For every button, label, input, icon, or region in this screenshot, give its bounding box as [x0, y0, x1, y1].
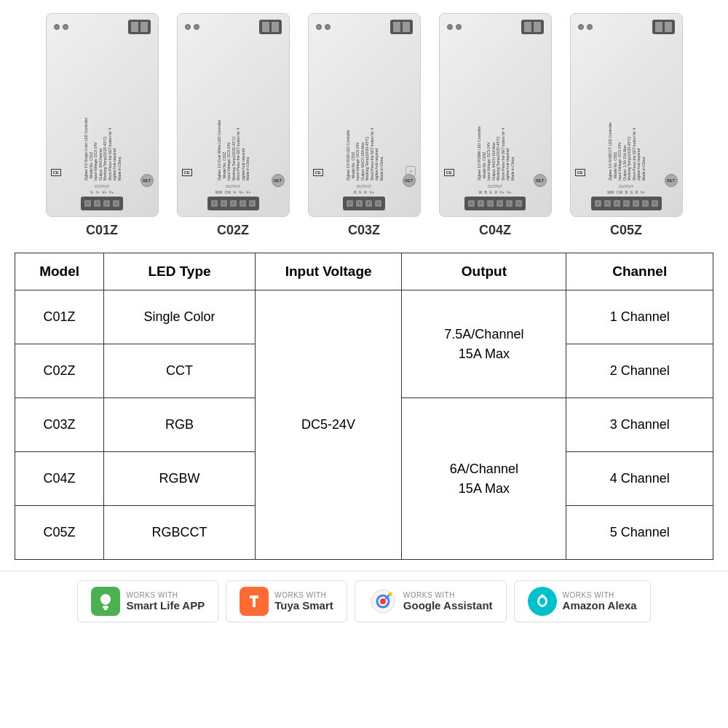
input-terminals — [128, 20, 151, 34]
specs-table-section: Model LED Type Input Voltage Output Chan… — [0, 245, 728, 567]
badge-google-assistant: WORKS WITH Google Assistant — [355, 580, 507, 622]
cell-model-c01z: C01Z — [15, 290, 104, 344]
svg-point-4 — [380, 598, 386, 604]
screw-icon — [63, 24, 68, 30]
product-image-c02z: Zigbee 3.0 Dual White LED Controller Mod… — [177, 13, 290, 217]
output-terminals — [464, 197, 526, 210]
input-terminals — [652, 20, 675, 34]
header-led-type: LED Type — [104, 253, 256, 290]
product-c04z: Zigbee 3.0 RGBW LED Controller Model No.… — [433, 13, 557, 238]
smart-life-text: WORKS WITH Smart Life APP — [126, 591, 205, 612]
table-row: C01Z Single Color DC5-24V 7.5A/Channel 1… — [15, 290, 713, 344]
output-terminals — [343, 197, 385, 210]
output-bottom-line1: 6A/Channel — [450, 462, 518, 476]
product-c03z: Zigbee 3.0 RGB LED Controller Model No. … — [302, 13, 426, 238]
google-works-with: WORKS WITH — [403, 591, 493, 599]
alexa-name: Amazon Alexa — [563, 599, 637, 612]
tuya-works-with: WORKS WITH — [274, 591, 333, 599]
cell-channel-c02z: 2 Channel — [566, 344, 713, 398]
product-image-c05z: Zigbee 3.0 RGBCCT LED Controller Model N… — [570, 13, 683, 217]
badge-amazon-alexa: WORKS WITH Amazon Alexa — [514, 580, 651, 622]
tuya-name: Tuya Smart — [274, 599, 333, 612]
product-c05z: Zigbee 3.0 RGBCCT LED Controller Model N… — [564, 13, 688, 238]
svg-rect-1 — [104, 609, 107, 610]
input-terminals — [521, 20, 544, 34]
smart-life-icon — [91, 587, 120, 616]
product-model-c04z: C04Z — [479, 223, 511, 238]
screw-icon — [194, 24, 199, 30]
cell-led-c02z: CCT — [104, 344, 256, 398]
screw-icon — [325, 24, 331, 30]
cell-model-c05z: C05Z — [15, 506, 104, 560]
screw-icon — [447, 24, 453, 30]
input-terminals — [390, 20, 413, 34]
cell-channel-c04z: 4 Channel — [566, 452, 713, 506]
cell-model-c02z: C02Z — [15, 344, 104, 398]
screw-icon — [587, 24, 593, 30]
product-model-c03z: C03Z — [348, 223, 380, 238]
product-image-c03z: Zigbee 3.0 RGB LED Controller Model No. … — [308, 13, 421, 217]
output-terminals — [591, 197, 662, 210]
output-top-line2: 15A Max — [459, 347, 510, 361]
cell-channel-c03z: 3 Channel — [566, 398, 713, 452]
output-bottom-line2: 15A Max — [459, 481, 510, 496]
cell-led-c03z: RGB — [104, 398, 256, 452]
header-output: Output — [402, 253, 566, 290]
header-channel: Channel — [566, 253, 713, 290]
product-model-c01z: C01Z — [86, 223, 118, 238]
cell-voltage-all: DC5-24V — [255, 290, 402, 560]
google-name: Google Assistant — [403, 599, 493, 612]
product-model-c02z: C02Z — [217, 223, 249, 238]
cell-channel-c01z: 1 Channel — [566, 290, 713, 344]
cell-output-bottom: 6A/Channel 15A Max — [402, 398, 566, 560]
cell-channel-c05z: 5 Channel — [566, 506, 713, 560]
screw-icon — [54, 24, 60, 30]
output-terminals — [207, 197, 259, 210]
cell-led-c05z: RGBCCT — [104, 506, 256, 560]
cell-model-c04z: C04Z — [15, 452, 104, 506]
product-model-c05z: C05Z — [610, 223, 642, 238]
tuya-icon — [240, 587, 269, 616]
screw-icon — [185, 24, 191, 30]
screw-icon — [316, 24, 322, 30]
input-terminals — [259, 20, 282, 34]
header-model: Model — [15, 253, 104, 290]
product-c01z: Zigbee 3.0 Single Color LED Controller M… — [40, 13, 164, 238]
cell-led-c01z: Single Color — [104, 290, 256, 344]
table-header-row: Model LED Type Input Voltage Output Chan… — [15, 253, 713, 290]
svg-point-5 — [388, 593, 392, 596]
header-input-voltage: Input Voltage — [255, 253, 402, 290]
cell-led-c04z: RGBW — [104, 452, 256, 506]
product-image-c04z: Zigbee 3.0 RGBW LED Controller Model No.… — [439, 13, 552, 217]
cell-output-top: 7.5A/Channel 15A Max — [402, 290, 566, 398]
alexa-works-with: WORKS WITH — [563, 591, 637, 599]
output-terminals — [81, 197, 123, 210]
svg-rect-0 — [103, 606, 108, 609]
screw-icon — [578, 24, 584, 30]
alexa-icon — [528, 587, 557, 616]
output-top-line1: 7.5A/Channel — [444, 327, 523, 341]
product-image-c01z: Zigbee 3.0 Single Color LED Controller M… — [46, 13, 159, 217]
google-assistant-icon — [368, 587, 397, 616]
badge-smart-life: WORKS WITH Smart Life APP — [77, 580, 218, 622]
works-with-section: WORKS WITH Smart Life APP WORKS WITH Tuy… — [0, 571, 728, 631]
alexa-text: WORKS WITH Amazon Alexa — [563, 591, 637, 612]
cell-model-c03z: C03Z — [15, 398, 104, 452]
svg-point-7 — [539, 598, 545, 605]
products-section: Zigbee 3.0 Single Color LED Controller M… — [0, 0, 728, 245]
google-text: WORKS WITH Google Assistant — [403, 591, 493, 612]
smart-life-works-with: WORKS WITH — [126, 591, 205, 599]
specs-table: Model LED Type Input Voltage Output Chan… — [15, 253, 713, 560]
tuya-text: WORKS WITH Tuya Smart — [274, 591, 333, 612]
smart-life-name: Smart Life APP — [126, 599, 205, 612]
screw-icon — [456, 24, 462, 30]
product-c02z: Zigbee 3.0 Dual White LED Controller Mod… — [171, 13, 295, 238]
badge-tuya: WORKS WITH Tuya Smart — [226, 580, 347, 622]
